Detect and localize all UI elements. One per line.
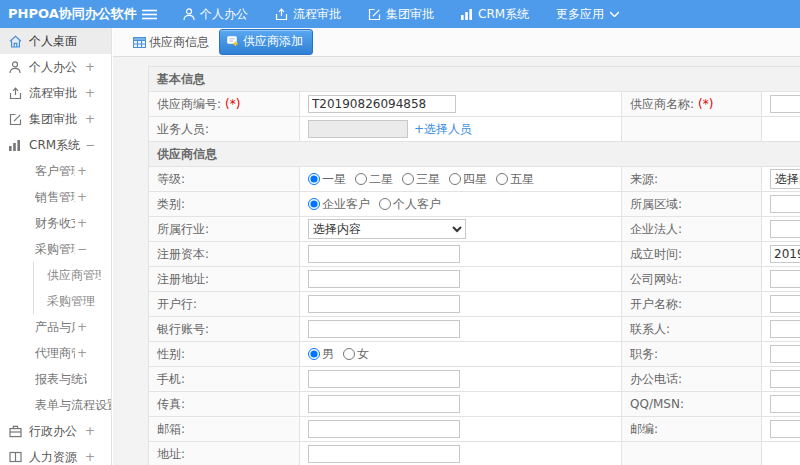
sidebar-item-sales-mgmt[interactable]: 销售管理 + <box>0 184 111 210</box>
grade-radio-2star[interactable]: 二星 <box>355 172 393 186</box>
sidebar-item-supplier-mgmt[interactable]: 供应商管理 <box>34 262 111 288</box>
supplier-code-input[interactable] <box>308 95 456 113</box>
fax-input[interactable] <box>308 395 460 413</box>
grade-radio-5star[interactable]: 五星 <box>496 172 534 186</box>
radio-label: 一星 <box>322 172 346 186</box>
industry-value-cell: 选择内容 <box>300 217 622 242</box>
supplier-code-value-cell <box>300 92 622 117</box>
gender-radio-male[interactable]: 男 <box>308 347 334 361</box>
reg-address-input[interactable] <box>308 270 460 288</box>
gender-radio-female[interactable]: 女 <box>343 347 369 361</box>
sidebar-item-hr[interactable]: 人力资源 + <box>0 444 111 465</box>
radio-input[interactable] <box>379 198 391 210</box>
sidebar-item-crm-system[interactable]: CRM系统 − <box>0 132 111 158</box>
field-label: 传真: <box>157 397 185 411</box>
contact-input[interactable] <box>770 320 800 338</box>
account-name-input[interactable] <box>770 295 800 313</box>
region-label-cell: 所属区域: <box>622 192 762 217</box>
industry-select[interactable]: 选择内容 <box>308 219 466 239</box>
mobile-value-cell <box>300 367 622 392</box>
expand-indicator: + <box>77 164 87 178</box>
sidebar-item-finance[interactable]: 财务收支 + <box>0 210 111 236</box>
sidebar-item-label: CRM系统 <box>29 137 83 154</box>
radio-input[interactable] <box>308 198 320 210</box>
user-icon <box>183 8 195 21</box>
capital-label-cell: 注册资本: <box>149 242 300 267</box>
tab-supplier-info[interactable]: 供应商信息 <box>133 34 209 51</box>
edit-icon <box>368 8 381 21</box>
sidebar-item-procurement-mgmt[interactable]: 采购管理 <box>34 288 111 314</box>
mobile-label-cell: 手机: <box>149 367 300 392</box>
topnav-group-approval[interactable]: 集团审批 <box>368 6 434 23</box>
field-label: 业务人员: <box>157 122 209 136</box>
region-value-cell <box>762 192 800 217</box>
legal-person-input[interactable] <box>770 220 800 238</box>
radio-input[interactable] <box>343 348 355 360</box>
sidebar-item-label: 个人办公 <box>29 59 83 76</box>
founded-date-input[interactable] <box>770 245 800 263</box>
topnav-crm-system[interactable]: CRM系统 <box>461 6 529 23</box>
radio-input[interactable] <box>308 348 320 360</box>
staff-input[interactable] <box>308 120 408 138</box>
radio-input[interactable] <box>355 173 367 185</box>
bank-input[interactable] <box>308 295 460 313</box>
sidebar-item-label: 采购管理 <box>35 241 75 258</box>
grade-radio-4star[interactable]: 四星 <box>449 172 487 186</box>
radio-input[interactable] <box>449 173 461 185</box>
radio-input[interactable] <box>402 173 414 185</box>
job-title-input[interactable] <box>770 345 800 363</box>
tab-bar: 供应商信息 供应商添加 <box>113 28 800 57</box>
source-select[interactable]: 选择内容 <box>770 169 800 189</box>
field-label: 地址: <box>157 447 185 461</box>
email-input[interactable] <box>308 420 460 438</box>
field-label: 类别: <box>157 197 185 211</box>
region-input[interactable] <box>770 195 800 213</box>
address-input[interactable] <box>308 445 460 463</box>
radio-input[interactable] <box>496 173 508 185</box>
expand-indicator: − <box>85 138 95 152</box>
mobile-input[interactable] <box>308 370 460 388</box>
regaddr-label-cell: 注册地址: <box>149 267 300 292</box>
sidebar-item-group-approval[interactable]: 集团审批 + <box>0 106 111 132</box>
office-phone-input[interactable] <box>770 370 800 388</box>
website-input[interactable] <box>770 270 800 288</box>
bank-account-input[interactable] <box>308 320 460 338</box>
capital-input[interactable] <box>308 245 460 263</box>
acctno-label-cell: 银行账号: <box>149 317 300 342</box>
topnav-workflow-approval[interactable]: 流程审批 <box>275 6 341 23</box>
choose-staff-link[interactable]: +选择人员 <box>414 122 472 136</box>
sidebar-item-personal-office[interactable]: 个人办公 + <box>0 54 111 80</box>
sidebar-item-product-inventory[interactable]: 产品与库存 + <box>0 314 111 340</box>
sidebar-item-admin-office[interactable]: 行政办公 + <box>0 418 111 444</box>
sidebar-item-personal-desktop[interactable]: 个人桌面 <box>0 28 111 54</box>
zip-input[interactable] <box>770 420 800 438</box>
empty-label-cell <box>622 442 762 465</box>
sidebar-item-label: 代理商管理 <box>35 345 75 362</box>
topnav-more-apps[interactable]: 更多应用 <box>556 6 619 23</box>
radio-label: 个人客户 <box>393 197 441 211</box>
topnav-personal-office[interactable]: 个人办公 <box>183 6 248 23</box>
topnav-label: CRM系统 <box>478 6 529 23</box>
radio-input[interactable] <box>308 173 320 185</box>
category-radio-personal[interactable]: 个人客户 <box>379 197 441 211</box>
sidebar-item-purchase-mgmt[interactable]: 采购管理 − <box>0 236 111 262</box>
sidebar-item-label: 集团审批 <box>29 111 83 128</box>
grade-radio-1star[interactable]: 一星 <box>308 172 346 186</box>
grade-radio-3star[interactable]: 三星 <box>402 172 440 186</box>
fax-value-cell <box>300 392 622 417</box>
industry-label-cell: 所属行业: <box>149 217 300 242</box>
hamburger-menu-icon[interactable] <box>142 9 157 20</box>
supplier-name-input[interactable] <box>770 95 800 113</box>
expand-indicator: + <box>77 346 87 360</box>
category-value-cell: 企业客户个人客户 <box>300 192 622 217</box>
acctno-value-cell <box>300 317 622 342</box>
sidebar-item-reports-stats[interactable]: 报表与统计 <box>0 366 111 392</box>
sidebar-item-workflow-approval[interactable]: 流程审批 + <box>0 80 111 106</box>
qq-msn-input[interactable] <box>770 395 800 413</box>
category-radio-company[interactable]: 企业客户 <box>308 197 370 211</box>
sidebar-item-customer-mgmt[interactable]: 客户管理 + <box>0 158 111 184</box>
source-value-cell: 选择内容 <box>762 167 800 192</box>
sidebar-item-form-workflow-settings[interactable]: 表单与流程设置 + <box>0 392 111 418</box>
tab-supplier-add[interactable]: 供应商添加 <box>219 29 313 55</box>
sidebar-item-agent-mgmt[interactable]: 代理商管理 + <box>0 340 111 366</box>
